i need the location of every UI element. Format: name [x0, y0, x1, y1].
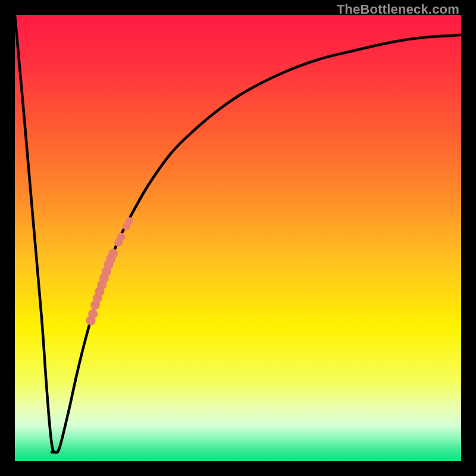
highlight-dot — [108, 249, 118, 258]
plot-area — [15, 15, 461, 461]
curve-layer — [15, 15, 461, 461]
highlight-dots — [86, 217, 133, 325]
highlight-dot — [126, 217, 133, 225]
watermark-text: TheBottleneck.com — [337, 2, 459, 17]
bottleneck-curve — [15, 15, 461, 453]
highlight-dot — [88, 309, 98, 319]
outer-frame: TheBottleneck.com — [0, 0, 476, 476]
highlight-dot — [117, 233, 126, 242]
